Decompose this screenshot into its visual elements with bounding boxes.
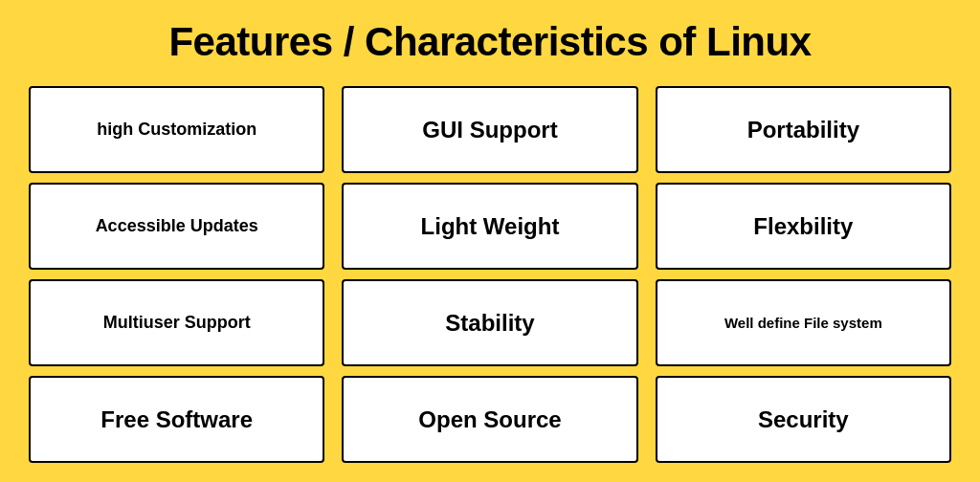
feature-label-stability: Stability <box>445 310 534 337</box>
feature-label-accessible-updates: Accessible Updates <box>96 216 258 236</box>
page-title: Features / Characteristics of Linux <box>29 19 951 65</box>
feature-label-open-source: Open Source <box>418 406 561 433</box>
feature-box-well-define-file-system: Well define File system <box>656 279 951 366</box>
feature-box-open-source: Open Source <box>342 376 637 463</box>
feature-box-gui-support: GUI Support <box>342 86 637 173</box>
features-grid: high CustomizationGUI SupportPortability… <box>29 86 951 463</box>
feature-label-multiuser-support: Multiuser Support <box>103 313 251 333</box>
feature-label-gui-support: GUI Support <box>422 117 557 143</box>
feature-label-high-customization: high Customization <box>97 120 256 140</box>
feature-label-well-define-file-system: Well define File system <box>724 315 882 331</box>
feature-box-free-software: Free Software <box>29 376 324 463</box>
feature-label-portability: Portability <box>747 117 859 143</box>
page-container: Features / Characteristics of Linux high… <box>0 0 980 482</box>
feature-box-accessible-updates: Accessible Updates <box>29 183 324 270</box>
feature-box-portability: Portability <box>656 86 951 173</box>
feature-box-security: Security <box>656 376 951 463</box>
feature-label-light-weight: Light Weight <box>421 213 560 240</box>
feature-box-multiuser-support: Multiuser Support <box>29 279 324 366</box>
feature-label-free-software: Free Software <box>100 406 253 433</box>
feature-label-security: Security <box>758 406 849 433</box>
feature-box-flexibility: Flexbility <box>656 183 951 270</box>
feature-label-flexibility: Flexbility <box>753 213 853 240</box>
feature-box-stability: Stability <box>342 279 637 366</box>
feature-box-light-weight: Light Weight <box>342 183 637 270</box>
feature-box-high-customization: high Customization <box>29 86 324 173</box>
